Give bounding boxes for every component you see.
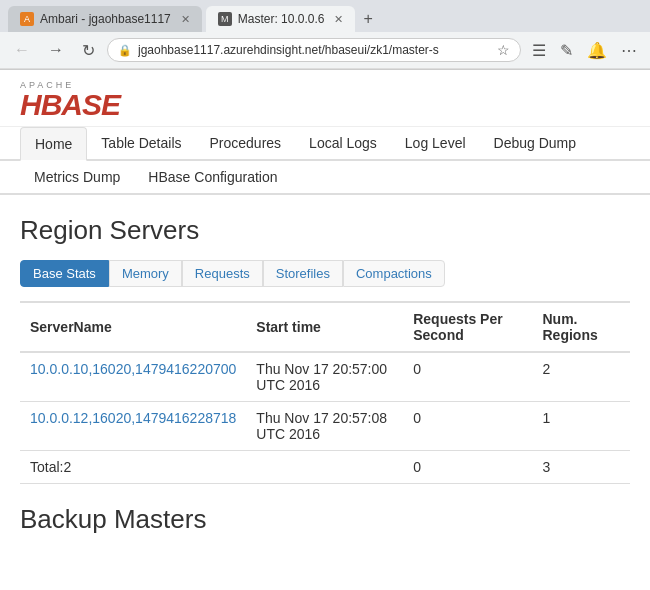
new-tab-button[interactable]: + bbox=[359, 10, 376, 28]
nav-home[interactable]: Home bbox=[20, 127, 87, 161]
server-link-2[interactable]: 10.0.0.12,16020,1479416228718 bbox=[30, 410, 236, 426]
menu-button[interactable]: ⋯ bbox=[616, 39, 642, 62]
nav-metrics-dump[interactable]: Metrics Dump bbox=[20, 161, 134, 195]
subtab-requests[interactable]: Requests bbox=[182, 260, 263, 287]
col-header-start: Start time bbox=[246, 302, 403, 352]
bookmark-icon[interactable]: ☆ bbox=[497, 42, 510, 58]
rps-1: 0 bbox=[403, 352, 532, 402]
tab-label: Ambari - jgaohbase1117 bbox=[40, 12, 171, 26]
profile-button[interactable]: 🔔 bbox=[582, 39, 612, 62]
nav-menu: Home Table Details Procedures Local Logs… bbox=[0, 127, 650, 161]
table-total-row: Total:2 0 3 bbox=[20, 451, 630, 484]
nav-procedures[interactable]: Procedures bbox=[196, 127, 296, 161]
tab-favicon-master: M bbox=[218, 12, 232, 26]
tab-close-ambari[interactable]: ✕ bbox=[181, 13, 190, 26]
server-name-2: 10.0.0.12,16020,1479416228718 bbox=[20, 402, 246, 451]
toolbar: ← → ↻ 🔒 jgaohbase1117.azurehdinsight.net… bbox=[0, 32, 650, 69]
total-empty bbox=[246, 451, 403, 484]
edit-button[interactable]: ✎ bbox=[555, 39, 578, 62]
nav-local-logs[interactable]: Local Logs bbox=[295, 127, 391, 161]
main-content: Region Servers Base Stats Memory Request… bbox=[0, 195, 650, 545]
forward-button[interactable]: → bbox=[42, 39, 70, 61]
subtab-base-stats[interactable]: Base Stats bbox=[20, 260, 109, 287]
address-bar[interactable]: 🔒 jgaohbase1117.azurehdinsight.net/hbase… bbox=[107, 38, 521, 62]
toolbar-icons: ☰ ✎ 🔔 ⋯ bbox=[527, 39, 642, 62]
table-row: 10.0.0.10,16020,1479416220700 Thu Nov 17… bbox=[20, 352, 630, 402]
tab-close-master[interactable]: ✕ bbox=[334, 13, 343, 26]
tab-master[interactable]: M Master: 10.0.0.6 ✕ bbox=[206, 6, 356, 32]
reload-button[interactable]: ↻ bbox=[76, 39, 101, 62]
tab-favicon: A bbox=[20, 12, 34, 26]
region-servers-title: Region Servers bbox=[20, 215, 630, 246]
regions-1: 2 bbox=[533, 352, 631, 402]
server-name-1: 10.0.0.10,16020,1479416220700 bbox=[20, 352, 246, 402]
tab-bar: A Ambari - jgaohbase1117 ✕ M Master: 10.… bbox=[0, 0, 650, 32]
logo: APACHE HBASE bbox=[20, 80, 630, 120]
col-header-regions: Num. Regions bbox=[533, 302, 631, 352]
regions-2: 1 bbox=[533, 402, 631, 451]
rps-2: 0 bbox=[403, 402, 532, 451]
tab-label-master: Master: 10.0.0.6 bbox=[238, 12, 325, 26]
nav-hbase-config[interactable]: HBase Configuration bbox=[134, 161, 291, 195]
tab-ambari[interactable]: A Ambari - jgaohbase1117 ✕ bbox=[8, 6, 202, 32]
back-button[interactable]: ← bbox=[8, 39, 36, 61]
extensions-button[interactable]: ☰ bbox=[527, 39, 551, 62]
col-header-rps: Requests Per Second bbox=[403, 302, 532, 352]
total-rps: 0 bbox=[403, 451, 532, 484]
browser-chrome: A Ambari - jgaohbase1117 ✕ M Master: 10.… bbox=[0, 0, 650, 70]
nav-menu-row2: Metrics Dump HBase Configuration bbox=[0, 161, 650, 195]
nav-table-details[interactable]: Table Details bbox=[87, 127, 195, 161]
region-servers-table: ServerName Start time Requests Per Secon… bbox=[20, 301, 630, 484]
start-time-2: Thu Nov 17 20:57:08 UTC 2016 bbox=[246, 402, 403, 451]
server-link-1[interactable]: 10.0.0.10,16020,1479416220700 bbox=[30, 361, 236, 377]
table-row: 10.0.0.12,16020,1479416228718 Thu Nov 17… bbox=[20, 402, 630, 451]
logo-area: APACHE HBASE bbox=[0, 70, 650, 127]
start-time-1: Thu Nov 17 20:57:00 UTC 2016 bbox=[246, 352, 403, 402]
total-label: Total:2 bbox=[20, 451, 246, 484]
logo-text: APACHE HBASE bbox=[20, 80, 120, 120]
table-header-row: ServerName Start time Requests Per Secon… bbox=[20, 302, 630, 352]
backup-masters-title: Backup Masters bbox=[20, 504, 630, 535]
sub-tabs: Base Stats Memory Requests Storefiles Co… bbox=[20, 260, 630, 287]
page-content: APACHE HBASE Home Table Details Procedur… bbox=[0, 70, 650, 582]
total-regions: 3 bbox=[533, 451, 631, 484]
subtab-memory[interactable]: Memory bbox=[109, 260, 182, 287]
subtab-storefiles[interactable]: Storefiles bbox=[263, 260, 343, 287]
hbase-text: HBASE bbox=[20, 90, 120, 120]
nav-log-level[interactable]: Log Level bbox=[391, 127, 480, 161]
subtab-compactions[interactable]: Compactions bbox=[343, 260, 445, 287]
lock-icon: 🔒 bbox=[118, 44, 132, 57]
address-text: jgaohbase1117.azurehdinsight.net/hbaseui… bbox=[138, 43, 491, 57]
nav-debug-dump[interactable]: Debug Dump bbox=[480, 127, 591, 161]
col-header-server: ServerName bbox=[20, 302, 246, 352]
